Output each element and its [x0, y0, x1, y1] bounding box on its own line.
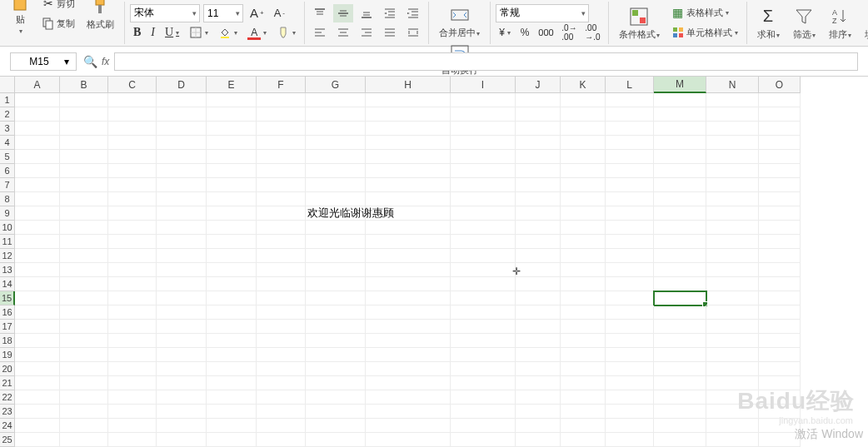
cell[interactable] [157, 122, 207, 136]
cell[interactable] [706, 107, 759, 122]
cell[interactable] [759, 235, 801, 249]
cell[interactable] [157, 192, 207, 206]
cell[interactable] [306, 249, 366, 263]
cell[interactable] [366, 277, 451, 291]
cell[interactable] [759, 305, 801, 320]
cell[interactable] [60, 433, 108, 447]
cell[interactable] [108, 206, 157, 221]
cell[interactable] [451, 405, 516, 419]
cell[interactable] [366, 291, 451, 305]
cell[interactable] [15, 107, 60, 122]
cell-style-button[interactable]: 单元格样式▾ [668, 23, 741, 42]
column-header-J[interactable]: J [516, 77, 561, 93]
cell[interactable] [451, 305, 516, 320]
cell[interactable] [706, 235, 759, 249]
cell[interactable] [606, 320, 654, 334]
cell[interactable] [366, 348, 451, 362]
row-header[interactable]: 24 [0, 419, 15, 433]
paste-button[interactable]: 贴 ▾ [5, 0, 35, 33]
cell[interactable] [606, 136, 654, 150]
cell[interactable] [451, 376, 516, 390]
percent-button[interactable]: % [517, 23, 533, 42]
column-header-E[interactable]: E [207, 77, 257, 93]
cell[interactable] [654, 122, 706, 136]
cell[interactable] [759, 263, 801, 277]
cell[interactable] [257, 249, 306, 263]
cell[interactable] [706, 122, 759, 136]
cell[interactable] [257, 405, 306, 419]
cell[interactable] [366, 362, 451, 376]
cell[interactable] [606, 362, 654, 376]
increase-decimal-button[interactable]: .0→.00 [560, 23, 580, 42]
cell[interactable] [257, 419, 306, 433]
cell[interactable] [606, 419, 654, 433]
cell[interactable] [60, 192, 108, 206]
cell[interactable] [606, 305, 654, 320]
cell[interactable] [606, 291, 654, 305]
cell[interactable] [157, 348, 207, 362]
conditional-format-button[interactable]: 条件格式▾ [614, 3, 665, 43]
cell[interactable] [157, 221, 207, 235]
cell[interactable] [157, 178, 207, 192]
cell[interactable] [516, 348, 561, 362]
filter-button[interactable]: 筛选▾ [788, 3, 821, 43]
cell[interactable] [15, 150, 60, 164]
cell[interactable] [606, 277, 654, 291]
cell[interactable] [451, 192, 516, 206]
cell[interactable] [706, 221, 759, 235]
cell[interactable] [606, 433, 654, 447]
cell[interactable] [654, 192, 706, 206]
cell[interactable] [306, 291, 366, 305]
cell[interactable] [516, 419, 561, 433]
cell[interactable] [759, 150, 801, 164]
cell[interactable] [60, 263, 108, 277]
cell[interactable] [654, 221, 706, 235]
cell[interactable] [561, 206, 606, 221]
font-name-combo[interactable]: ▾ [130, 4, 200, 22]
cell[interactable] [654, 178, 706, 192]
cell[interactable] [706, 164, 759, 178]
cell[interactable] [366, 164, 451, 178]
cell[interactable] [306, 107, 366, 122]
select-all-corner[interactable] [0, 77, 15, 93]
font-color-button[interactable]: A▾ [244, 23, 270, 42]
cell[interactable] [207, 305, 257, 320]
cell[interactable] [108, 390, 157, 405]
cell[interactable] [706, 405, 759, 419]
cell[interactable] [257, 390, 306, 405]
cell[interactable] [157, 150, 207, 164]
row-header[interactable]: 12 [0, 249, 15, 263]
row-header[interactable]: 5 [0, 150, 15, 164]
cell[interactable] [207, 320, 257, 334]
cell[interactable] [706, 334, 759, 348]
column-header-L[interactable]: L [606, 77, 654, 93]
cell[interactable] [561, 305, 606, 320]
cell[interactable] [654, 164, 706, 178]
align-center-button[interactable] [333, 23, 353, 42]
cell[interactable] [366, 235, 451, 249]
cell[interactable] [706, 150, 759, 164]
autosum-button[interactable]: Σ 求和▾ [752, 3, 785, 43]
cell[interactable] [60, 164, 108, 178]
cell[interactable] [561, 164, 606, 178]
currency-button[interactable]: ¥▾ [496, 23, 514, 42]
cell[interactable] [561, 249, 606, 263]
cell[interactable] [306, 192, 366, 206]
cell[interactable] [108, 93, 157, 107]
cell[interactable] [366, 93, 451, 107]
cell[interactable] [759, 164, 801, 178]
fill-button[interactable]: 填充▾ [860, 3, 869, 43]
cell[interactable] [306, 334, 366, 348]
formula-input[interactable] [114, 52, 858, 71]
cell[interactable] [606, 221, 654, 235]
row-header[interactable]: 13 [0, 263, 15, 277]
cell[interactable] [366, 221, 451, 235]
cell[interactable] [606, 235, 654, 249]
cell[interactable] [451, 334, 516, 348]
cell[interactable] [654, 433, 706, 447]
cell[interactable] [654, 390, 706, 405]
column-header-N[interactable]: N [706, 77, 759, 93]
align-middle-button[interactable] [333, 4, 353, 22]
cell[interactable] [306, 235, 366, 249]
sort-button[interactable]: AZ 排序▾ [824, 3, 856, 43]
